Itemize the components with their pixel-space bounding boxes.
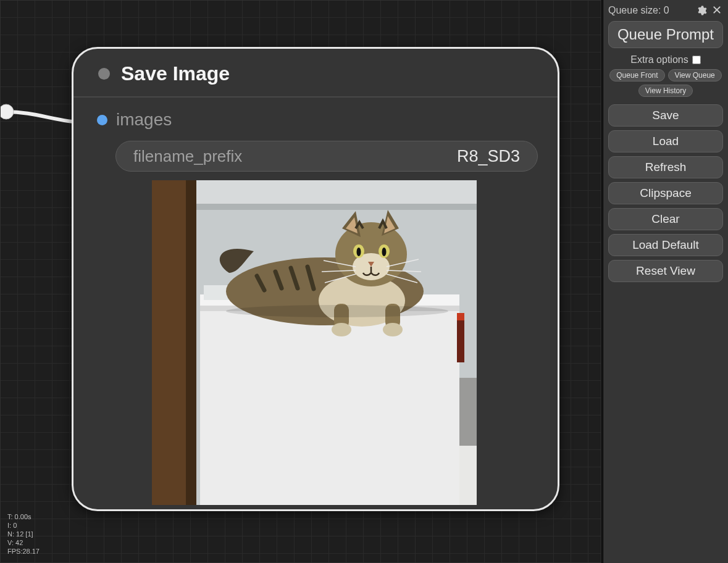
queue-front-button[interactable]: Queue Front (609, 69, 664, 81)
save-button[interactable]: Save (608, 104, 723, 127)
clipspace-button[interactable]: Clipspace (608, 182, 723, 204)
refresh-button[interactable]: Refresh (608, 156, 723, 178)
stat-i: I: 0 (7, 521, 40, 530)
side-panel: Queue size: 0 Queue Prompt Extra options… (603, 0, 728, 563)
node-collapse-dot[interactable] (98, 68, 110, 80)
images-input-label: images (116, 110, 172, 130)
stat-fps: FPS:28.17 (7, 547, 40, 556)
stat-n: N: 12 [1] (7, 530, 40, 538)
node-input-row: images (91, 110, 538, 130)
canvas-stats: T: 0.00s I: 0 N: 12 [1] V: 42 FPS:28.17 (7, 512, 40, 556)
view-history-button[interactable]: View History (638, 85, 693, 97)
queue-prompt-button[interactable]: Queue Prompt (608, 21, 723, 48)
close-icon[interactable] (712, 5, 723, 16)
svg-rect-12 (459, 446, 477, 505)
save-image-node[interactable]: Save Image images filename_prefix R8_SD3 (72, 47, 559, 511)
svg-rect-10 (457, 313, 464, 320)
svg-point-24 (382, 248, 387, 256)
svg-point-35 (226, 305, 448, 317)
view-queue-button[interactable]: View Queue (668, 69, 722, 81)
svg-rect-6 (200, 304, 459, 505)
node-body: images filename_prefix R8_SD3 (73, 98, 558, 509)
svg-rect-3 (186, 180, 196, 505)
load-default-button[interactable]: Load Default (608, 234, 723, 256)
svg-rect-9 (457, 319, 464, 362)
node-titlebar[interactable]: Save Image (73, 49, 558, 98)
filename-prefix-value: R8_SD3 (457, 147, 520, 166)
reset-view-button[interactable]: Reset View (608, 260, 723, 282)
stat-t: T: 0.00s (7, 512, 40, 521)
gear-icon[interactable] (696, 5, 707, 16)
svg-point-18 (383, 323, 403, 336)
clear-button[interactable]: Clear (608, 208, 723, 230)
queue-size-label: Queue size: 0 (608, 5, 691, 16)
images-input-port[interactable] (97, 115, 107, 125)
extra-options-checkbox[interactable] (692, 56, 701, 64)
filename-prefix-widget[interactable]: filename_prefix R8_SD3 (115, 141, 538, 172)
load-button[interactable]: Load (608, 130, 723, 152)
output-image-preview[interactable] (152, 180, 477, 505)
filename-prefix-label: filename_prefix (133, 147, 242, 166)
stat-v: V: 42 (7, 538, 40, 547)
svg-rect-5 (196, 204, 477, 210)
svg-point-17 (332, 323, 351, 336)
svg-point-23 (357, 248, 361, 256)
node-title: Save Image (121, 62, 230, 85)
extra-options-row: Extra options (608, 54, 723, 65)
svg-rect-4 (196, 180, 477, 204)
extra-options-label: Extra options (630, 54, 688, 65)
